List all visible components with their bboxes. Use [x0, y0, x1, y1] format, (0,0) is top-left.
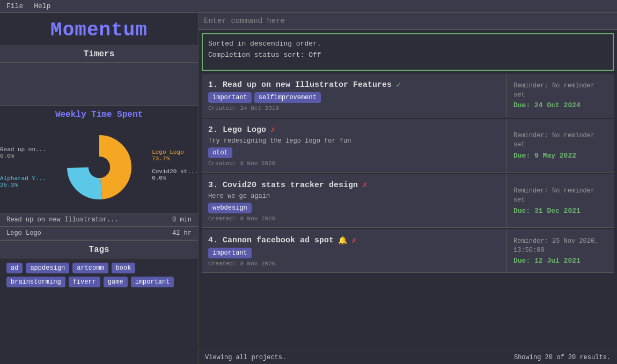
pie-chart	[67, 135, 131, 199]
tag-important[interactable]: important	[131, 277, 174, 287]
task-main-2: 2. Lego Logo ✗ Try redesigning the lego …	[202, 119, 506, 172]
task-row-2: 2. Lego Logo ✗ Try redesigning the lego …	[202, 119, 614, 173]
tag-fiverr[interactable]: fiverr	[69, 277, 100, 287]
time-val-1: 0 min	[172, 216, 192, 224]
tag-ad[interactable]: ad	[6, 263, 23, 273]
weekly-plain: Weekly	[55, 110, 91, 120]
main-layout: Momentum Timers Weekly Time Spent Read u…	[0, 13, 617, 364]
tag-important-1[interactable]: important	[208, 92, 252, 103]
command-bar	[199, 13, 617, 30]
svg-point-2	[89, 157, 110, 178]
task-reminder-3: Reminder: No reminder set Due: 31 Dec 20…	[506, 174, 614, 227]
task-main-4: 4. Cannon facebook ad spot 🔔 ✗ important…	[202, 229, 506, 272]
task-main-3: 3. Covid20 stats tracker design ✗ Here w…	[202, 174, 506, 227]
task-title-row-2: 2. Lego Logo ✗	[208, 124, 500, 135]
chart-area: Read up on...0.0% Alpharad Y...26.3% Leg…	[0, 122, 198, 213]
right-panel: Sorted in descending order. Completion s…	[199, 13, 617, 364]
task-x-3[interactable]: ✗	[362, 180, 368, 190]
task-row-4: 4. Cannon facebook ad spot 🔔 ✗ important…	[202, 229, 614, 273]
time-val-2: 42 hr	[172, 229, 192, 237]
tags-section: Tags ad appdesign artcomm book brainstor…	[0, 240, 198, 364]
task-x-2[interactable]: ✗	[270, 124, 276, 135]
task-bell-4[interactable]: 🔔	[338, 236, 347, 245]
pie-labels-right: Lego Logo73.7% Covid20 st...0.0%	[152, 149, 198, 181]
weekly-label: Weekly Time Spent	[0, 106, 198, 122]
task-check-1[interactable]: ✓	[396, 79, 401, 90]
task-row-3: 3. Covid20 stats tracker design ✗ Here w…	[202, 174, 614, 228]
task-title-row-3: 3. Covid20 stats tracker design ✗	[208, 180, 500, 190]
task-tags-2: otot	[208, 147, 500, 158]
tag-book[interactable]: book	[112, 263, 136, 273]
menubar: File Help	[0, 0, 617, 13]
bottom-bar: Viewing all projects. Showing 20 of 20 r…	[199, 351, 617, 364]
tags-title: Tags	[0, 241, 198, 258]
sort-line-2: Completion status sort: Off	[208, 50, 607, 61]
tag-appdesign[interactable]: appdesign	[26, 263, 69, 273]
task-tags-3: webdesign	[208, 203, 500, 213]
reminder-text-4: Reminder: 25 Nov 2020, 13:50:00	[513, 237, 607, 255]
due-date-3: Due: 31 Dec 2021	[513, 207, 581, 215]
task-title-3: 3. Covid20 stats tracker design	[208, 181, 358, 190]
command-input[interactable]	[204, 17, 612, 25]
task-created-4: Created: 8 Nov 2020	[208, 261, 500, 267]
menu-file[interactable]: File	[6, 2, 23, 10]
time-row-2: Lego Logo 42 hr	[0, 227, 198, 240]
due-date-2: Due: 9 May 2022	[513, 152, 576, 160]
time-table: Read up on new Illustrator... 0 min Lego…	[0, 213, 198, 240]
menu-help[interactable]: Help	[34, 2, 50, 10]
app-title: Momentum	[0, 13, 198, 46]
pie-label-alpha: Alpharad Y...26.3%	[0, 175, 46, 188]
task-row-1: 1. Read up on new Illustrator Features ✓…	[202, 74, 614, 117]
task-title-row-1: 1. Read up on new Illustrator Features ✓	[208, 79, 500, 90]
reminder-text-3: Reminder: No reminder set	[513, 187, 607, 205]
task-created-3: Created: 8 Nov 2020	[208, 216, 500, 222]
tag-brainstorming[interactable]: brainstorming	[6, 277, 65, 287]
pie-labels-left: Read up on...0.0% Alpharad Y...26.3%	[0, 146, 46, 188]
left-panel: Momentum Timers Weekly Time Spent Read u…	[0, 13, 199, 364]
sort-line-1: Sorted in descending order.	[208, 39, 607, 50]
task-main-1: 1. Read up on new Illustrator Features ✓…	[202, 74, 506, 117]
task-reminder-2: Reminder: No reminder set Due: 9 May 202…	[506, 119, 614, 172]
task-title-2: 2. Lego Logo	[208, 125, 266, 135]
reminder-text-2: Reminder: No reminder set	[513, 131, 607, 150]
task-created-1: Created: 24 Oct 2019	[208, 105, 500, 112]
tag-game[interactable]: game	[104, 277, 128, 287]
due-date-4: Due: 12 Jul 2021	[513, 257, 581, 265]
time-task-2: Lego Logo	[6, 229, 41, 237]
tasks-list: 1. Read up on new Illustrator Features ✓…	[199, 74, 617, 351]
time-row-1: Read up on new Illustrator... 0 min	[0, 213, 198, 227]
tags-container: ad appdesign artcomm book brainstorming …	[0, 258, 198, 292]
timers-area	[0, 63, 198, 106]
tag-webdesign-3[interactable]: webdesign	[208, 203, 252, 213]
task-reminder-1: Reminder: No reminder set Due: 24 Oct 20…	[506, 74, 614, 117]
time-task-1: Read up on new Illustrator...	[6, 216, 119, 224]
task-title-1: 1. Read up on new Illustrator Features	[208, 80, 392, 90]
task-title-row-4: 4. Cannon facebook ad spot 🔔 ✗	[208, 235, 500, 246]
task-tags-1: important selfimprovement	[208, 92, 500, 103]
weekly-colored: Time Spent	[91, 110, 143, 120]
task-created-2: Created: 8 Nov 2020	[208, 160, 500, 167]
timers-label: Timers	[0, 46, 198, 63]
pie-label-read: Read up on...0.0%	[0, 146, 46, 159]
due-date-1: Due: 24 Oct 2024	[513, 101, 581, 109]
tag-otot-2[interactable]: otot	[208, 147, 232, 158]
task-x-4[interactable]: ✗	[351, 235, 357, 246]
pie-label-lego: Lego Logo73.7%	[152, 149, 198, 162]
task-desc-2: Try redesigning the lego logo for fun	[208, 137, 500, 145]
pie-label-covid: Covid20 st...0.0%	[152, 168, 198, 181]
tag-selfimprovement-1[interactable]: selfimprovement	[254, 92, 321, 103]
task-reminder-4: Reminder: 25 Nov 2020, 13:50:00 Due: 12 …	[506, 229, 614, 272]
task-tags-4: important	[208, 248, 500, 258]
tag-artcomm[interactable]: artcomm	[72, 263, 108, 273]
sort-info-box: Sorted in descending order. Completion s…	[202, 33, 614, 71]
footer-right: Showing 20 of 20 results.	[514, 354, 611, 361]
tag-important-4[interactable]: important	[208, 248, 252, 258]
footer-left: Viewing all projects.	[205, 354, 286, 361]
reminder-text-1: Reminder: No reminder set	[513, 81, 607, 100]
task-desc-3: Here we go again	[208, 192, 500, 200]
task-title-4: 4. Cannon facebook ad spot	[208, 236, 334, 245]
